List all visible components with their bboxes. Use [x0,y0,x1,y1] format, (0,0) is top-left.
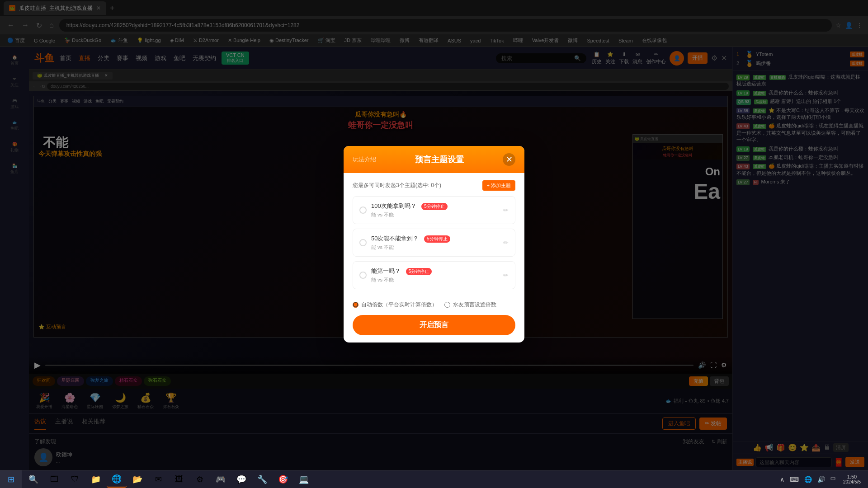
taskbar-tray: ∧ ⌨ 🌐 🔊 中 1:50 2024/5/5 [774,474,868,485]
taskbar-shield[interactable]: 🛡 [65,471,85,488]
taskbar-explorer[interactable]: 📂 [127,471,147,488]
add-topic-button[interactable]: + 添加主题 [482,180,515,191]
taskbar-net-icon: 🔧 [257,474,267,484]
pred-question-3: 能第一吗？ 5分钟停止 [371,267,499,275]
taskbar-settings[interactable]: ⚙ [190,471,210,488]
taskbar-settings-icon: ⚙ [196,474,203,484]
clock-time: 1:50 [843,474,861,479]
pred-content-1: 100次能拿到吗？ 5分钟停止 能 vs 不能 [371,202,499,218]
taskbar-app-steam[interactable]: 💻 [294,471,314,488]
pred-options-3: 能 vs 不能 [371,277,499,283]
taskbar-widgets[interactable]: 🗔 [44,471,64,488]
manual-multiplier-label[interactable]: 水友预言设置倍数 [444,301,496,309]
taskbar-explorer-icon: 📂 [132,474,142,484]
dialog-subtitle-row: 您最多可同时发起3个主题(选中: 0个) + 添加主题 [353,180,515,191]
tray-clock[interactable]: 1:50 2024/5/5 [840,474,864,484]
dialog-subtitle-text: 您最多可同时发起3个主题(选中: 0个) [353,182,441,189]
pred-question-2: 50次能不能拿到？ 5分钟停止 [371,235,499,243]
taskbar-photos-icon: 🖼 [175,474,183,484]
taskbar-browser[interactable]: 🌐 [107,471,127,488]
radio-2[interactable] [359,239,367,246]
dialog-header: 玩法介绍 预言主题设置 ✕ [344,146,524,173]
taskbar-mail-icon: ✉ [155,474,162,484]
pred-edit-1[interactable]: ✏ [503,206,509,214]
manual-multiplier-radio[interactable] [444,302,450,308]
taskbar-files-icon: 📁 [91,474,101,484]
prediction-item-3: 能第一吗？ 5分钟停止 能 vs 不能 ✏ [353,261,515,289]
pred-tag-3: 5分钟停止 [406,268,432,275]
taskbar-wechat-icon: 💬 [236,474,246,484]
taskbar-app-wechat[interactable]: 💬 [231,471,251,488]
taskbar-game1-icon: 🎮 [216,474,226,484]
taskbar-app-net[interactable]: 🔧 [252,471,272,488]
prediction-item-2: 50次能不能拿到？ 5分钟停止 能 vs 不能 ✏ [353,229,515,257]
prediction-dialog: 玩法介绍 预言主题设置 ✕ 您最多可同时发起3个主题(选中: 0个) + 添加主… [344,146,524,343]
tray-volume[interactable]: 🔊 [816,474,827,485]
start-button[interactable]: ⊞ [0,470,22,488]
pred-tag-2: 5分钟停止 [424,235,450,243]
auto-multiplier-label[interactable]: 自动倍数（平台实时计算倍数） [353,301,437,309]
pred-options-1: 能 vs 不能 [371,211,499,218]
dialog-body: 您最多可同时发起3个主题(选中: 0个) + 添加主题 100次能拿到吗？ 5分… [344,173,524,301]
pred-edit-3[interactable]: ✏ [503,272,509,279]
tray-expand[interactable]: ∧ [778,474,786,485]
taskbar-widgets-icon: 🗔 [50,474,58,484]
radio-1[interactable] [359,206,367,214]
windows-icon: ⊞ [8,474,14,484]
dialog-overlay: 玩法介绍 预言主题设置 ✕ 您最多可同时发起3个主题(选中: 0个) + 添加主… [0,0,868,488]
taskbar-apps: 🔍 🗔 🛡 📁 🌐 📂 ✉ 🖼 ⚙ 🎮 💬 [22,471,774,488]
multiplier-row: 自动倍数（平台实时计算倍数） 水友预言设置倍数 [353,301,515,309]
prediction-item-1: 100次能拿到吗？ 5分钟停止 能 vs 不能 ✏ [353,196,515,224]
dialog-close-button[interactable]: ✕ [503,153,515,166]
taskbar-shield-icon: 🛡 [71,474,79,484]
pred-question-1: 100次能拿到吗？ 5分钟停止 [371,202,499,210]
taskbar-mail[interactable]: ✉ [148,471,168,488]
pred-edit-2[interactable]: ✏ [503,239,509,246]
taskbar-browser-icon: 🌐 [112,474,122,484]
start-prediction-button[interactable]: 开启预言 [353,315,515,335]
taskbar-files[interactable]: 📁 [86,471,106,488]
taskbar: ⊞ 🔍 🗔 🛡 📁 🌐 📂 ✉ 🖼 ⚙ 🎮 [0,470,868,488]
taskbar-app-game2[interactable]: 🎯 [273,471,293,488]
pred-content-2: 50次能不能拿到？ 5分钟停止 能 vs 不能 [371,235,499,251]
auto-multiplier-radio[interactable] [353,302,359,308]
taskbar-search-icon: 🔍 [28,474,38,484]
radio-3[interactable] [359,272,367,279]
dialog-intro-tab[interactable]: 玩法介绍 [353,155,376,164]
tray-keyboard[interactable]: ⌨ [788,474,801,485]
pred-tag-1: 5分钟停止 [421,203,448,210]
pred-options-2: 能 vs 不能 [371,244,499,251]
taskbar-game2-icon: 🎯 [278,474,288,484]
taskbar-photos[interactable]: 🖼 [169,471,189,488]
dialog-footer: 自动倍数（平台实时计算倍数） 水友预言设置倍数 开启预言 [344,301,524,343]
clock-date: 2024/5/5 [843,479,861,484]
taskbar-game1[interactable]: 🎮 [211,471,231,488]
tray-lang[interactable]: 中 [829,474,838,485]
dialog-title: 预言主题设置 [376,154,503,165]
pred-content-3: 能第一吗？ 5分钟停止 能 vs 不能 [371,267,499,283]
tray-network[interactable]: 🌐 [802,474,814,485]
taskbar-steam-icon: 💻 [299,474,309,484]
taskbar-search[interactable]: 🔍 [24,471,43,488]
